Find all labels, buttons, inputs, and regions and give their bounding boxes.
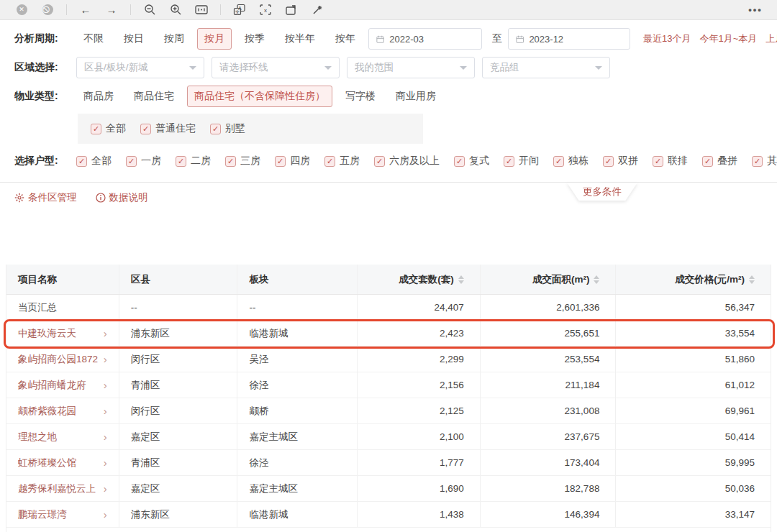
forward-icon[interactable]: → — [99, 0, 124, 20]
property-type-option-3[interactable]: 商品住宅（不含保障性住房） — [187, 86, 332, 107]
checkbox-checked-icon[interactable]: ✓ — [504, 156, 514, 167]
unit-type-checkbox-3[interactable]: ✓二房 — [176, 155, 211, 168]
region-dropdown-2[interactable]: 请选择环线 — [212, 57, 340, 78]
condition-manage-link[interactable]: 条件区管理 — [14, 191, 77, 204]
sort-carets-icon[interactable] — [749, 275, 755, 284]
region-dropdown-3[interactable]: 我的范围 — [347, 57, 475, 78]
property-type-option-2[interactable]: 商品住宅 — [127, 86, 181, 107]
checkbox-checked-icon[interactable]: ✓ — [324, 156, 335, 167]
checkbox-checked-icon[interactable]: ✓ — [603, 156, 614, 167]
checkbox-checked-icon[interactable]: ✓ — [275, 156, 286, 167]
project-name-cell[interactable]: 颛桥紫薇花园› — [6, 398, 119, 423]
period-option-3[interactable]: 按周 — [157, 28, 191, 50]
sort-asc-icon[interactable] — [749, 275, 755, 279]
project-name-cell[interactable]: 中建玖海云天› — [6, 321, 119, 346]
quick-range-link-1[interactable]: 最近13个月 — [643, 32, 691, 45]
period-option-1[interactable]: 不限 — [76, 28, 111, 50]
chevron-right-icon[interactable]: › — [104, 508, 107, 520]
column-header-4[interactable]: 成交套数(套) — [358, 265, 481, 294]
select-region-icon[interactable]: x — [253, 0, 278, 20]
translate-icon[interactable]: A文 — [227, 0, 253, 20]
period-option-2[interactable]: 按日 — [117, 28, 151, 50]
unit-type-checkbox-7[interactable]: ✓六房及以上 — [374, 155, 440, 168]
project-name-link[interactable]: 越秀保利嘉悦云上 — [18, 482, 96, 495]
data-description-link[interactable]: 数据说明 — [96, 191, 148, 204]
project-name-link[interactable]: 象屿招商公园1872 — [18, 353, 98, 366]
checkbox-checked-icon[interactable]: ✓ — [752, 156, 763, 167]
project-name-cell[interactable]: 象屿招商公园1872› — [6, 347, 119, 372]
block-icon[interactable]: ⃠ — [35, 0, 60, 20]
sort-carets-icon[interactable] — [458, 275, 464, 284]
checkbox-checked-icon[interactable]: ✓ — [176, 156, 186, 167]
unit-type-checkbox-2[interactable]: ✓一房 — [126, 155, 161, 168]
chevron-right-icon[interactable]: › — [104, 482, 107, 495]
property-type-option-4[interactable]: 写字楼 — [338, 86, 383, 107]
property-type-option-1[interactable]: 商品房 — [76, 86, 121, 107]
project-name-link[interactable]: 鹏瑞云璟湾 — [18, 508, 67, 521]
checkbox-checked-icon[interactable]: ✓ — [653, 156, 663, 167]
project-name-cell[interactable]: 象屿招商蟠龙府› — [6, 372, 119, 398]
checkbox-checked-icon[interactable]: ✓ — [126, 156, 137, 167]
unit-type-checkbox-10[interactable]: ✓独栋 — [553, 155, 589, 168]
period-option-4[interactable]: 按月 — [197, 28, 232, 50]
checkbox-checked-icon[interactable]: ✓ — [76, 156, 87, 167]
property-subtype-checkbox-3[interactable]: ✓别墅 — [210, 122, 245, 135]
sort-asc-icon[interactable] — [458, 275, 464, 279]
checkbox-checked-icon[interactable]: ✓ — [702, 156, 713, 167]
unit-type-checkbox-13[interactable]: ✓叠拼 — [702, 155, 737, 168]
chevron-right-icon[interactable]: › — [104, 327, 107, 339]
column-header-6[interactable]: 成交价格(元/m²) — [616, 265, 771, 294]
unit-type-checkbox-11[interactable]: ✓双拼 — [603, 155, 638, 168]
property-subtype-checkbox-2[interactable]: ✓普通住宅 — [140, 122, 196, 135]
sort-carets-icon[interactable] — [594, 275, 599, 284]
property-subtype-checkbox-1[interactable]: ✓全部 — [91, 122, 126, 135]
checkbox-checked-icon[interactable]: ✓ — [140, 124, 151, 134]
sort-asc-icon[interactable] — [594, 275, 599, 279]
sort-desc-icon[interactable] — [458, 280, 464, 284]
chevron-right-icon[interactable]: › — [104, 379, 107, 391]
property-type-option-5[interactable]: 商业用房 — [388, 86, 443, 107]
unit-type-checkbox-1[interactable]: ✓全部 — [76, 155, 112, 168]
chevron-right-icon[interactable]: › — [104, 405, 107, 417]
quick-range-link-2[interactable]: 今年1月~本月 — [699, 32, 757, 45]
unit-type-checkbox-8[interactable]: ✓复式 — [454, 155, 489, 168]
unit-type-checkbox-6[interactable]: ✓五房 — [324, 155, 360, 168]
more-icon[interactable]: ••• — [742, 0, 768, 20]
unit-type-checkbox-12[interactable]: ✓联排 — [653, 155, 688, 168]
zoom-out-icon[interactable] — [137, 0, 163, 20]
zoom-in-icon[interactable] — [163, 0, 188, 20]
checkbox-checked-icon[interactable]: ✓ — [210, 124, 221, 134]
sort-desc-icon[interactable] — [594, 280, 599, 284]
chevron-right-icon[interactable]: › — [104, 431, 107, 443]
back-icon[interactable]: ← — [73, 0, 99, 20]
date-from-box[interactable] — [368, 28, 482, 50]
project-name-link[interactable]: 理想之地 — [18, 431, 57, 444]
unit-type-checkbox-4[interactable]: ✓三房 — [225, 155, 260, 168]
column-header-5[interactable]: 成交面积(m²) — [481, 265, 617, 294]
magic-wand-icon[interactable] — [304, 0, 330, 20]
region-dropdown-4[interactable]: 竞品组 — [482, 57, 610, 78]
close-icon[interactable]: ✕ — [9, 0, 35, 20]
checkbox-checked-icon[interactable]: ✓ — [454, 156, 465, 167]
reader-mode-icon[interactable] — [188, 0, 214, 20]
project-name-link[interactable]: 中建玖海云天 — [18, 327, 76, 340]
date-to-input[interactable] — [529, 34, 622, 45]
period-option-5[interactable]: 按季 — [237, 28, 272, 50]
project-name-link[interactable]: 颛桥紫薇花园 — [18, 405, 76, 418]
region-dropdown-1[interactable]: 区县/板块/新城 — [76, 57, 204, 78]
chevron-right-icon[interactable]: › — [104, 353, 107, 365]
project-name-link[interactable]: 象屿招商蟠龙府 — [18, 379, 86, 392]
rotate-window-icon[interactable] — [278, 0, 304, 20]
period-option-7[interactable]: 按年 — [328, 28, 363, 50]
project-name-cell[interactable]: 虹桥璀璨公馆› — [6, 450, 119, 475]
checkbox-checked-icon[interactable]: ✓ — [553, 156, 564, 167]
unit-type-checkbox-5[interactable]: ✓四房 — [275, 155, 310, 168]
unit-type-checkbox-14[interactable]: ✓其他 — [752, 155, 777, 168]
date-from-input[interactable] — [389, 34, 474, 45]
sort-desc-icon[interactable] — [749, 280, 755, 284]
checkbox-checked-icon[interactable]: ✓ — [225, 156, 236, 167]
more-conditions-tab[interactable]: 更多条件 — [567, 183, 637, 201]
project-name-cell[interactable]: 理想之地› — [6, 424, 119, 449]
period-option-6[interactable]: 按半年 — [278, 28, 322, 50]
date-to-box[interactable] — [508, 28, 630, 50]
